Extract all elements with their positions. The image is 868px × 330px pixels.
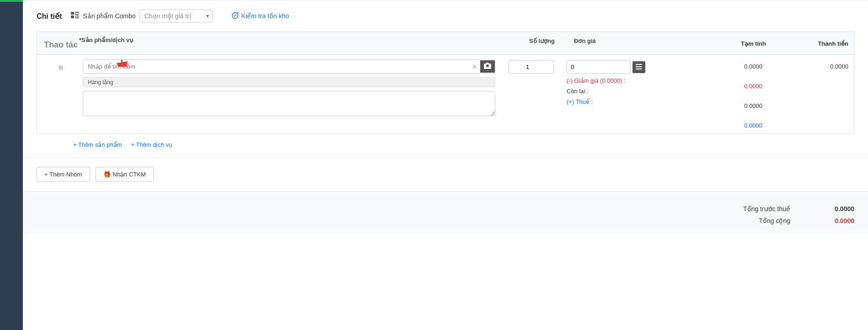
combo-icon <box>71 12 79 20</box>
sidebar <box>0 0 23 330</box>
tam-tinh-col: 0.0000 0.0000 0.0000 0.0000 <box>671 59 762 129</box>
svg-rect-5 <box>75 17 79 18</box>
chi-tiet-header: Chi tiết Sản phẩm Combo <box>37 10 854 22</box>
combo-select[interactable]: Chọn một giá trị <box>139 10 213 22</box>
summary-section: Tổng trước thuế 0.0000 Tổng cộng 0.0000 <box>23 192 868 234</box>
header-thanh-tien: Thành tiền <box>766 37 848 50</box>
con-lai-label: Còn lại : <box>567 88 589 95</box>
clear-search-button[interactable]: ✕ <box>469 63 480 70</box>
header-thao-tac: Thao tác <box>43 37 79 50</box>
add-product-button[interactable]: + Thêm sản phẩm <box>73 141 122 148</box>
svg-rect-9 <box>636 69 642 69</box>
note-textarea[interactable] <box>83 91 495 116</box>
don-gia-col: (-) Giảm giá (0.0000) : Còn lại : (+) Th… <box>567 59 667 105</box>
svg-rect-4 <box>75 16 79 16</box>
nhan-ctkm-button[interactable]: 🎁 Nhận CTKM <box>96 167 154 182</box>
hang-tang-badge: Hàng tặng <box>83 77 495 87</box>
thanh-tien-col: 0.0000 <box>766 59 848 70</box>
table-header: Thao tác *Sản phẩm/dịch vụ Số lượng Đơn … <box>37 32 854 54</box>
chi-tiet-section: Chi tiết Sản phẩm Combo <box>23 0 868 158</box>
header-don-gia: Đơn giá <box>574 37 675 50</box>
header-so-luong: Số lượng <box>510 37 574 50</box>
tong-truoc-thue-row: Tổng trước thuế 0.0000 <box>671 205 854 213</box>
bottom-action-section: + Thêm Nhóm 🎁 Nhận CTKM <box>23 158 868 192</box>
search-input-wrapper: ✕ <box>83 59 495 74</box>
tong-cong-label: Tổng cộng <box>759 217 790 224</box>
kiem-tra-label: Kiểm tra tồn kho <box>241 12 289 20</box>
thue-row: (+) Thuế : <box>567 98 667 105</box>
discount-label: (-) Giảm giá (0.0000) : <box>567 77 626 84</box>
san-pham-combo-wrapper: Sản phẩm Combo Chọn một giá trị <box>71 10 212 22</box>
camera-button[interactable] <box>480 60 495 73</box>
header-san-pham: *Sản phẩm/dịch vụ <box>79 37 510 50</box>
svg-rect-8 <box>636 66 642 67</box>
svg-rect-2 <box>75 14 79 15</box>
tam-tinh-discount-value: 0.0000 <box>744 83 762 90</box>
kiem-tra-icon <box>231 12 239 21</box>
thanh-tien-value: 0.0000 <box>830 63 848 70</box>
thue-value: 0.0000 <box>744 122 762 129</box>
gift-icon: 🎁 <box>103 171 111 178</box>
svg-rect-0 <box>71 12 74 15</box>
kiem-tra-ton-kho-link[interactable]: Kiểm tra tồn kho <box>231 12 289 21</box>
combo-select-wrapper[interactable]: Chọn một giá trị <box>139 10 213 22</box>
tong-cong-row: Tổng cộng 0.0000 <box>671 217 854 224</box>
tong-cong-value: 0.0000 <box>809 217 854 224</box>
tam-tinh-value: 0.0000 <box>744 63 762 70</box>
svg-rect-7 <box>636 64 642 65</box>
tong-truoc-thue-label: Tổng trước thuế <box>743 205 790 213</box>
sidebar-top-bar <box>0 0 23 2</box>
tong-truoc-thue-value: 0.0000 <box>809 205 854 213</box>
quantity-input[interactable] <box>508 60 554 74</box>
add-service-button[interactable]: + Thêm dịch vụ <box>131 141 172 148</box>
drag-handle[interactable]: ≡ <box>43 59 79 73</box>
don-gia-row <box>567 60 667 74</box>
product-col: ✕ <box>83 59 495 116</box>
camera-icon <box>484 63 491 70</box>
con-lai-value: 0.0000 <box>744 102 762 109</box>
svg-rect-3 <box>71 16 74 18</box>
nhan-ctkm-label: Nhận CTKM <box>113 171 146 178</box>
clear-icon: ✕ <box>472 63 477 70</box>
don-gia-icon-button[interactable] <box>632 61 645 73</box>
main-content: Chi tiết Sản phẩm Combo <box>23 0 868 330</box>
add-buttons: + Thêm sản phẩm + Thêm dịch vụ <box>37 141 854 148</box>
list-icon <box>636 64 642 71</box>
search-input[interactable] <box>83 60 469 73</box>
con-lai-row: Còn lại : <box>567 88 667 95</box>
product-table: Thao tác *Sản phẩm/dịch vụ Số lượng Đơn … <box>37 32 854 148</box>
thue-label: (+) Thuế : <box>567 98 593 105</box>
chi-tiet-title: Chi tiết <box>37 12 62 21</box>
table-row: ≡ ✕ <box>37 54 854 134</box>
don-gia-input[interactable] <box>567 60 631 74</box>
header-tam-tinh: Tạm tính <box>675 37 766 50</box>
san-pham-combo-label: Sản phẩm Combo <box>83 12 135 20</box>
svg-rect-1 <box>75 12 79 13</box>
discount-row: (-) Giảm giá (0.0000) : <box>567 77 667 84</box>
quantity-col <box>499 59 563 74</box>
them-nhom-label: + Thêm Nhóm <box>44 171 82 178</box>
drag-icon: ≡ <box>59 63 64 73</box>
them-nhom-button[interactable]: + Thêm Nhóm <box>37 167 90 182</box>
